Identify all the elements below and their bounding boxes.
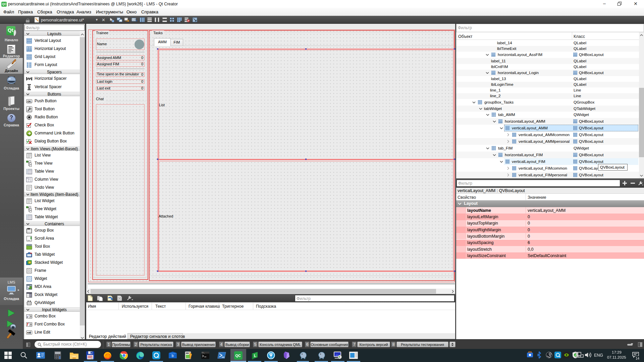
svg-text:QC: QC (235, 354, 241, 358)
svg-text:123: 123 (132, 18, 136, 21)
svg-text:C:\_: C:\_ (202, 352, 205, 354)
svg-text:OK: OK (28, 100, 31, 103)
svg-text:21: 21 (91, 357, 93, 359)
svg-text:L: L (254, 354, 256, 358)
svg-text:AB: AB (27, 331, 31, 334)
svg-text:b: b (172, 354, 174, 358)
